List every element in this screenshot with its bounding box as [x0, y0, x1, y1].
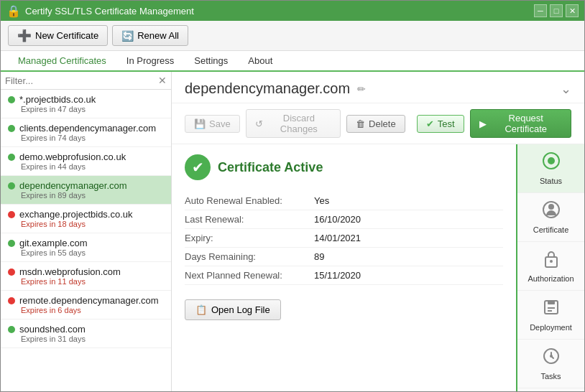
tasks-icon — [542, 347, 561, 370]
maximize-button[interactable]: □ — [550, 4, 563, 17]
status-banner: ✔ Certificate Active — [185, 154, 503, 180]
request-label: Request Certificate — [490, 113, 563, 134]
cert-name: msdn.webprofusion.com — [19, 266, 121, 277]
status-dot — [8, 297, 15, 304]
auto-renewal-value: Yes — [314, 195, 329, 206]
save-label: Save — [209, 118, 231, 129]
panel-label-status: Status — [540, 177, 562, 185]
new-certificate-button[interactable]: ➕ New Certificate — [8, 25, 108, 46]
tabs: Managed Certificates In Progress Setting… — [1, 51, 584, 72]
next-renewal-row: Next Planned Renewal: 15/11/2020 — [185, 266, 503, 285]
cert-list: *.projectbids.co.uk Expires in 47 days c… — [1, 90, 171, 391]
app-window: 🔒 Certify SSL/TLS Certificate Management… — [0, 0, 585, 392]
expiry-value: 14/01/2021 — [314, 233, 361, 243]
main-title: dependencymanager.com ✏ — [185, 80, 366, 97]
status-dot — [8, 326, 15, 333]
list-item[interactable]: dependencymanager.com Expires in 89 days — [1, 176, 171, 205]
test-button[interactable]: ✔ Test — [417, 115, 464, 133]
expiry-label: Expiry: — [185, 233, 314, 243]
panel-label-certificate: Certificate — [533, 225, 569, 234]
list-item[interactable]: soundshed.com Expires in 31 days — [1, 319, 171, 348]
next-renewal-label: Next Planned Renewal: — [185, 270, 314, 281]
panel-item-deployment[interactable]: Deployment — [517, 291, 584, 340]
log-icon: 📋 — [195, 304, 207, 315]
delete-icon: 🗑 — [356, 118, 365, 129]
panel-item-authorization[interactable]: Authorization — [517, 242, 584, 291]
right-panel: Status Certificate Authorization Deploym… — [516, 144, 584, 391]
cert-name: soundshed.com — [19, 324, 86, 335]
list-item[interactable]: clients.dependencymanager.com Expires in… — [1, 118, 171, 147]
deployment-icon — [542, 298, 561, 321]
chevron-down-icon[interactable]: ⌄ — [561, 81, 571, 97]
plus-circle-icon: ➕ — [17, 29, 32, 42]
last-renewal-value: 16/10/2020 — [314, 214, 361, 225]
status-dot — [8, 269, 15, 276]
cert-name: dependencymanager.com — [19, 180, 127, 191]
auto-renewal-row: Auto Renewal Enabled: Yes — [185, 192, 503, 210]
cert-expiry: Expires in 31 days — [21, 335, 164, 343]
days-value: 89 — [314, 251, 324, 262]
cert-name: *.projectbids.co.uk — [19, 94, 96, 105]
status-check-icon: ✔ — [185, 154, 211, 180]
tab-inprogress[interactable]: In Progress — [116, 51, 184, 72]
cert-expiry: Expires in 18 days — [21, 220, 164, 228]
status-dot — [8, 211, 15, 218]
panel-item-status[interactable]: Status — [517, 144, 584, 193]
list-item[interactable]: git.example.com Expires in 55 days — [1, 233, 171, 262]
sidebar: ✕ *.projectbids.co.uk Expires in 47 days… — [1, 72, 172, 391]
svg-point-5 — [550, 260, 553, 263]
tab-managed[interactable]: Managed Certificates — [8, 51, 116, 72]
expiry-row: Expiry: 14/01/2021 — [185, 229, 503, 248]
list-item[interactable]: demo.webprofusion.co.uk Expires in 44 da… — [1, 147, 171, 176]
cert-name: clients.dependencymanager.com — [19, 123, 156, 134]
minimize-button[interactable]: ─ — [534, 4, 547, 17]
renew-all-button[interactable]: 🔄 Renew All — [112, 25, 188, 46]
status-dot — [8, 96, 15, 103]
panel-item-tasks[interactable]: Tasks — [517, 340, 584, 388]
discard-button[interactable]: ↺ Discard Changes — [246, 109, 341, 138]
cert-expiry: Expires in 11 days — [21, 277, 164, 286]
svg-rect-7 — [548, 301, 555, 304]
detail-table: Auto Renewal Enabled: Yes Last Renewal: … — [185, 192, 503, 285]
edit-icon[interactable]: ✏ — [357, 83, 366, 95]
panel-label-tasks: Tasks — [540, 372, 561, 381]
filter-input[interactable] — [5, 75, 158, 86]
close-button[interactable]: ✕ — [566, 4, 579, 17]
save-icon: 💾 — [194, 118, 206, 129]
delete-label: Delete — [369, 118, 396, 129]
cert-name: exchange.projectbids.co.uk — [19, 209, 133, 220]
days-row: Days Remaining: 89 — [185, 248, 503, 266]
new-certificate-label: New Certificate — [35, 30, 98, 41]
list-item[interactable]: msdn.webprofusion.com Expires in 11 days — [1, 262, 171, 291]
cert-name: demo.webprofusion.co.uk — [19, 151, 126, 162]
list-item[interactable]: exchange.projectbids.co.uk Expires in 18… — [1, 205, 171, 233]
title-bar-left: 🔒 Certify SSL/TLS Certificate Management — [6, 4, 194, 18]
list-item[interactable]: remote.dependencymanager.com Expires in … — [1, 291, 171, 319]
cert-name: git.example.com — [19, 238, 88, 248]
filter-clear-button[interactable]: ✕ — [158, 75, 167, 86]
list-item[interactable]: *.projectbids.co.uk Expires in 47 days — [1, 90, 171, 118]
tab-settings[interactable]: Settings — [184, 51, 238, 72]
open-log-button[interactable]: 📋 Open Log File — [185, 299, 281, 320]
last-renewal-row: Last Renewal: 16/10/2020 — [185, 210, 503, 229]
title-bar-controls: ─ □ ✕ — [534, 4, 579, 17]
cert-expiry: Expires in 89 days — [21, 191, 164, 200]
days-label: Days Remaining: — [185, 251, 314, 262]
delete-button[interactable]: 🗑 Delete — [346, 115, 405, 133]
panel-label-authorization: Authorization — [528, 274, 574, 283]
panel-item-certificate[interactable]: Certificate — [517, 193, 584, 242]
main-content: ✔ Certificate Active Auto Renewal Enable… — [172, 144, 584, 391]
domain-title: dependencymanager.com — [185, 80, 350, 97]
next-renewal-value: 15/11/2020 — [314, 270, 361, 281]
main-panel: dependencymanager.com ✏ ⌄ 💾 Save ↺ Disca… — [172, 72, 584, 391]
title-bar: 🔒 Certify SSL/TLS Certificate Management… — [1, 1, 584, 21]
main-header: dependencymanager.com ✏ ⌄ — [172, 72, 584, 103]
status-dot — [8, 182, 15, 190]
request-certificate-button[interactable]: ▶ Request Certificate — [470, 109, 572, 138]
tab-about[interactable]: About — [238, 51, 282, 72]
save-button[interactable]: 💾 Save — [185, 115, 240, 133]
details: ✔ Certificate Active Auto Renewal Enable… — [172, 144, 516, 391]
status-dot — [8, 154, 15, 161]
panel-item-preview[interactable]: Preview — [517, 388, 584, 391]
status-icon — [542, 151, 561, 174]
